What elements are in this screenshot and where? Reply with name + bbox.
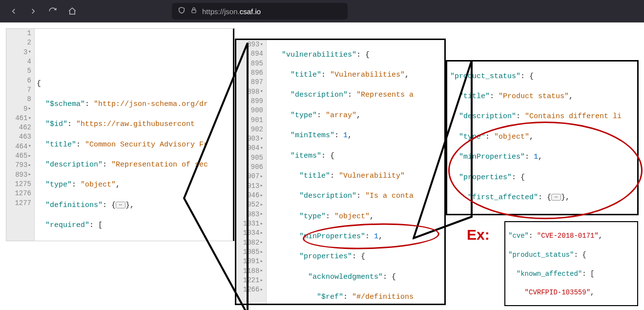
back-button[interactable] [6,3,21,19]
code-pane-vulnerabilities[interactable]: 893▾ 894 895 896 897 898▾ 899 900 901 90… [235,39,446,305]
code-body[interactable]: "cve": "CVE-2018-0171", "product_status"… [505,222,637,305]
code-pane-product-status[interactable]: "product_status": { "title": "Product st… [446,60,639,215]
home-button[interactable] [64,3,80,19]
example-label: Ex: [467,227,490,243]
browser-toolbar: https://json.csaf.io [0,0,644,22]
reload-button[interactable] [45,3,61,19]
code-body[interactable]: "vulnerabilities": { "title": "Vulnerabi… [267,40,444,304]
shield-icon [178,6,186,16]
lock-icon [190,7,197,16]
url-text: https://json.csaf.io [202,7,261,16]
content-stage: 1 2 3▾ 4 5 6 7 8 9▸ 461▾ 462 463 464▾ 46… [0,22,644,310]
svg-rect-0 [192,10,196,13]
code-pane-example[interactable]: "cve": "CVE-2018-0171", "product_status"… [504,221,638,306]
forward-button[interactable] [25,3,41,19]
code-body[interactable]: "product_status": { "title": "Product st… [447,62,637,214]
address-bar[interactable]: https://json.csaf.io [172,3,348,20]
line-gutter: 893▾ 894 895 896 897 898▾ 899 900 901 90… [236,40,267,304]
code-pane-main[interactable]: 1 2 3▾ 4 5 6 7 8 9▸ 461▾ 462 463 464▾ 46… [6,28,234,241]
line-gutter: 1 2 3▾ 4 5 6 7 8 9▸ 461▾ 462 463 464▾ 46… [6,29,35,241]
code-body[interactable]: { "$schema": "http://json-schema.org/dr … [35,29,233,241]
